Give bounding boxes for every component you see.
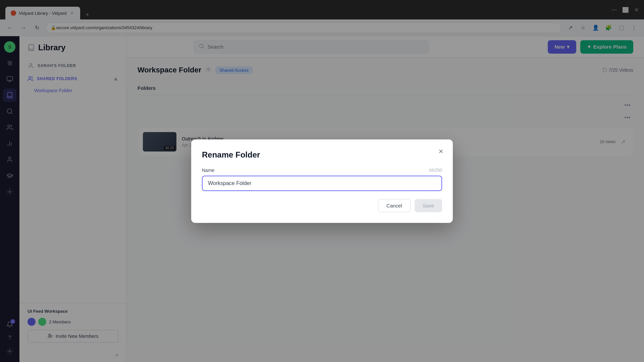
- field-label: Name: [202, 168, 214, 173]
- rename-folder-modal: Rename Folder ✕ Name 16/250 Cancel Save: [191, 139, 453, 223]
- folder-name-input[interactable]: [202, 176, 442, 191]
- field-label-row: Name 16/250: [202, 168, 442, 173]
- modal-title: Rename Folder: [202, 150, 442, 160]
- cancel-button[interactable]: Cancel: [378, 199, 411, 212]
- modal-close-button[interactable]: ✕: [435, 146, 446, 157]
- modal-actions: Cancel Save: [202, 199, 442, 212]
- field-character-count: 16/250: [429, 168, 442, 173]
- save-button[interactable]: Save: [415, 199, 442, 212]
- modal-overlay[interactable]: Rename Folder ✕ Name 16/250 Cancel Save: [0, 0, 644, 362]
